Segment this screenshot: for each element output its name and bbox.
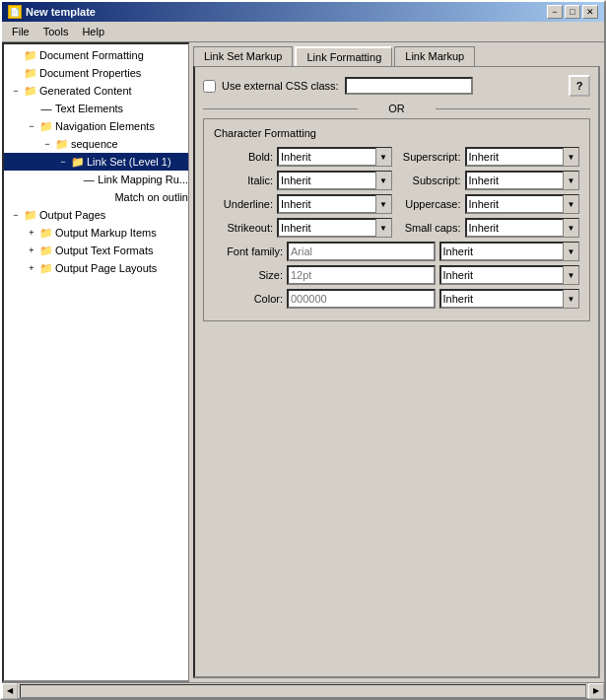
color-row: Color: Inherit ▼ (214, 289, 579, 309)
help-button[interactable]: ? (569, 75, 590, 97)
file-icon-2: — (82, 173, 96, 186)
folder-icon-3: 📁 (24, 84, 37, 98)
form-grid: Bold: Inherit Yes No ▼ (214, 147, 579, 238)
folder-icon-8: 📁 (39, 226, 53, 240)
uppercase-select-wrapper: Inherit Yes No ▼ (465, 194, 580, 214)
tab-link-set-markup[interactable]: Link Set Markup (193, 46, 293, 66)
font-family-input[interactable] (287, 242, 436, 261)
tree-label-text-elements: Text Elements (55, 103, 123, 114)
tree-item-nav-elements[interactable]: − 📁 Navigation Elements (4, 117, 188, 135)
underline-select[interactable]: Inherit Yes No (277, 194, 392, 214)
font-family-label: Font family: (214, 245, 283, 257)
menu-tools[interactable]: Tools (37, 24, 75, 39)
tree-item-doc-formatting[interactable]: 📁 Document Formatting (4, 46, 188, 64)
tree-item-output-text-formats[interactable]: + 📁 Output Text Formats (4, 242, 188, 259)
main-content: 📁 Document Formatting 📁 Document Propert… (2, 42, 604, 682)
close-button[interactable]: ✕ (582, 5, 598, 19)
bold-label: Bold: (214, 151, 273, 163)
size-input[interactable] (287, 265, 436, 285)
color-select[interactable]: Inherit (439, 289, 580, 309)
size-label: Size: (214, 269, 283, 281)
size-select[interactable]: Inherit (439, 265, 580, 285)
color-select-wrapper: Inherit ▼ (439, 289, 580, 309)
file-icon: — (39, 102, 53, 115)
italic-select[interactable]: Inherit Yes No (277, 171, 392, 190)
tree-label-output-pages: Output Pages (39, 209, 105, 221)
minimize-button[interactable]: − (547, 5, 563, 19)
tree-item-link-set-level1[interactable]: − 📁 Link Set (Level 1) (4, 153, 188, 171)
small-caps-select[interactable]: Inherit Yes No (465, 218, 580, 238)
size-row: Size: Inherit ▼ (214, 265, 579, 285)
subscript-row: Subscript: Inherit Yes No ▼ (402, 171, 580, 190)
scroll-right-button[interactable]: ▶ (588, 683, 604, 699)
window-title: New template (26, 6, 96, 18)
folder-icon-10: 📁 (39, 261, 53, 275)
tree-label-link-set: Link Set (Level 1) (87, 156, 171, 168)
tree-item-output-markup-items[interactable]: + 📁 Output Markup Items (4, 224, 188, 242)
css-class-checkbox[interactable] (203, 80, 216, 93)
font-family-select[interactable]: Inherit (439, 242, 580, 261)
tree-item-doc-properties[interactable]: 📁 Document Properties (4, 64, 188, 82)
group-title: Character Formatting (214, 127, 579, 139)
scroll-track[interactable] (20, 684, 586, 698)
expander-doc-formatting[interactable] (8, 47, 24, 63)
subscript-select[interactable]: Inherit Yes No (465, 171, 580, 190)
tree-label-nav-elements: Navigation Elements (55, 120, 155, 132)
maximize-button[interactable]: □ (565, 5, 580, 19)
css-class-input[interactable] (345, 77, 473, 95)
font-family-select-wrapper: Inherit ▼ (439, 242, 580, 261)
expander-match (83, 189, 99, 205)
expander-output-text[interactable]: + (24, 243, 39, 258)
expander-text[interactable] (24, 101, 39, 116)
strikeout-select[interactable]: Inherit Yes No (277, 218, 392, 238)
expander-nav[interactable]: − (24, 118, 39, 134)
uppercase-select[interactable]: Inherit Yes No (465, 194, 580, 214)
scroll-left-button[interactable]: ◀ (2, 683, 18, 699)
tree-panel: 📁 Document Formatting 📁 Document Propert… (2, 42, 189, 682)
expander-sequence[interactable]: − (39, 136, 55, 152)
menu-file[interactable]: File (6, 24, 35, 39)
size-select-wrapper: Inherit ▼ (439, 265, 580, 285)
superscript-row: Superscript: Inherit Yes No ▼ (402, 147, 580, 167)
tree-item-generated-content[interactable]: − 📁 Generated Content (4, 82, 188, 100)
css-class-label: Use external CSS class: (222, 80, 339, 92)
color-label: Color: (214, 293, 283, 305)
titlebar: 📄 New template − □ ✕ (2, 2, 604, 22)
uppercase-label: Uppercase: (402, 198, 461, 210)
tree-item-text-elements[interactable]: — Text Elements (4, 100, 188, 117)
subscript-select-wrapper: Inherit Yes No ▼ (465, 171, 580, 190)
tree-label-doc-formatting: Document Formatting (39, 49, 144, 61)
tree-item-output-page-layouts[interactable]: + 📁 Output Page Layouts (4, 259, 188, 277)
superscript-select[interactable]: Inherit Yes No (465, 147, 580, 167)
strikeout-row: Strikeout: Inherit Yes No ▼ (214, 218, 392, 238)
tree-item-link-mapping[interactable]: — Link Mapping Ru... (4, 171, 188, 188)
tree-label-output-text-formats: Output Text Formats (55, 245, 153, 256)
expander-output-pages[interactable]: − (8, 207, 24, 223)
bold-select[interactable]: Inherit Yes No (277, 147, 392, 167)
tab-link-formatting[interactable]: Link Formatting (295, 46, 392, 66)
expander-output-page[interactable]: + (24, 260, 39, 276)
folder-icon-5: 📁 (55, 137, 69, 151)
folder-icon-4: 📁 (39, 119, 53, 133)
tab-link-markup[interactable]: Link Markup (394, 46, 475, 66)
menu-help[interactable]: Help (76, 24, 110, 39)
tree-item-output-pages[interactable]: − 📁 Output Pages (4, 206, 188, 224)
folder-icon-7: 📁 (24, 208, 37, 222)
italic-label: Italic: (214, 175, 273, 186)
tree-label-link-mapping: Link Mapping Ru... (98, 174, 188, 185)
color-input[interactable] (287, 289, 436, 309)
underline-label: Underline: (214, 198, 273, 210)
small-caps-select-wrapper: Inherit Yes No ▼ (465, 218, 580, 238)
expander-link-set[interactable]: − (55, 154, 71, 170)
titlebar-controls: − □ ✕ (547, 5, 598, 19)
expander-doc-properties[interactable] (8, 65, 24, 81)
expander-output-markup[interactable]: + (24, 225, 39, 241)
tab-content: Use external CSS class: ? OR Character F… (193, 66, 600, 678)
underline-row: Underline: Inherit Yes No ▼ (214, 194, 392, 214)
expander-generated-content[interactable]: − (8, 83, 24, 99)
bold-select-wrapper: Inherit Yes No ▼ (277, 147, 392, 167)
or-divider: OR (203, 103, 590, 114)
folder-icon-9: 📁 (39, 244, 53, 257)
tree-item-sequence[interactable]: − 📁 sequence (4, 135, 188, 153)
tree-item-match-on-outlin[interactable]: Match on outlin (4, 188, 188, 206)
